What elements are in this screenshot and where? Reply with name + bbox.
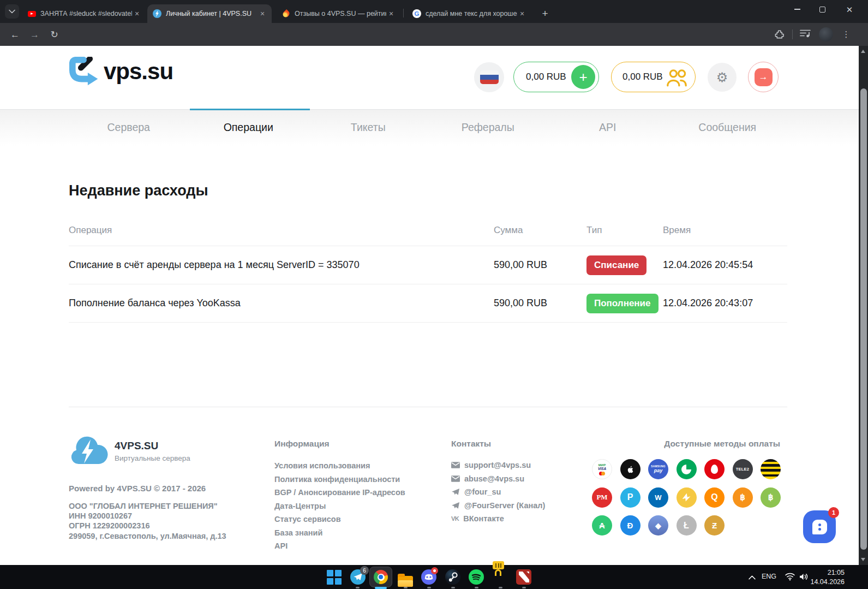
forward-button[interactable]: → [27, 27, 42, 42]
logout-button[interactable]: → [748, 62, 779, 92]
taskbar-password-lock[interactable] [493, 569, 508, 585]
taskbar-dota2[interactable] [516, 569, 531, 585]
link-privacy[interactable]: Политика конфиденциальности [274, 475, 405, 484]
tab-search-button[interactable] [5, 4, 19, 19]
link-bgp[interactable]: BGP / Анонсирование IP-адресов [274, 489, 405, 497]
contact-support-email[interactable]: support@4vps.su [451, 461, 545, 469]
balance-pill[interactable]: 0,00 RUB + [513, 62, 599, 92]
nav-item-servers[interactable]: Сервера [69, 109, 189, 145]
payment-ethereum-icon: ◆ [648, 515, 668, 536]
tray-clock[interactable]: 21:05 14.04.2026 [806, 568, 845, 586]
tray-date: 14.04.2026 [806, 578, 845, 587]
site-logo[interactable]: vps.su [69, 57, 173, 86]
browser-toolbar: ← → ↻ 4vps.su/dashboard/payments ☆ ⋮ [0, 23, 868, 46]
contact-telegram-support[interactable]: @four_su [451, 487, 545, 496]
payment-webmoney-icon: W [648, 487, 668, 508]
taskbar-steam[interactable] [445, 569, 460, 585]
window-close-button[interactable]: ✕ [837, 0, 862, 19]
profile-avatar[interactable] [819, 27, 833, 41]
scroll-down-arrow-icon[interactable] [861, 558, 865, 561]
link-status[interactable]: Статус сервисов [274, 515, 405, 523]
footer-divider [69, 407, 787, 407]
nav-item-operations[interactable]: Операции [189, 109, 309, 145]
tab-google-search[interactable]: G сделай мне текс для хорошего × [407, 4, 531, 23]
taskbar-spotify[interactable] [469, 569, 484, 585]
tab-4vps-dashboard[interactable]: Личный кабинет | 4VPS.SU × [147, 4, 272, 23]
payment-qiwi-icon: Q [704, 487, 725, 508]
wifi-icon[interactable] [785, 572, 795, 583]
start-button[interactable] [326, 569, 342, 585]
reload-button[interactable]: ↻ [47, 27, 62, 42]
tab-close-icon[interactable]: × [132, 9, 142, 19]
amount-cell: 590,00 RUB [494, 298, 586, 309]
telegram-icon [451, 488, 460, 496]
new-tab-button[interactable]: + [538, 7, 552, 21]
operation-cell: Списание в счёт аренды сервера на 1 меся… [69, 259, 494, 271]
nav-item-tickets[interactable]: Тикеты [308, 109, 428, 145]
type-badge-credit: Пополнение [586, 294, 659, 313]
screen: ЗАНЯТА #sleduck #sledovatel # × Личный к… [0, 0, 868, 589]
page-scrollbar[interactable] [859, 46, 868, 565]
tab-title: ЗАНЯТА #sleduck #sledovatel # [40, 10, 132, 17]
company-inn: ИНН 9200010267 [69, 511, 226, 521]
contact-vk[interactable]: VK ВКонтакте [451, 514, 545, 523]
running-indicator [499, 587, 502, 588]
browser-menu-icon[interactable]: ⋮ [841, 27, 852, 41]
running-indicator [451, 587, 455, 588]
tray-chevron-up-icon[interactable] [749, 572, 756, 582]
tab-youtube[interactable]: ЗАНЯТА #sleduck #sledovatel # × [22, 4, 146, 23]
table-row: Пополнение баланса через YooKassa 590,00… [69, 284, 787, 323]
scroll-up-arrow-icon[interactable] [861, 50, 865, 53]
tab-close-icon[interactable]: × [386, 9, 396, 19]
language-flag-button[interactable] [474, 62, 504, 92]
payment-yoomoney-icon [677, 487, 697, 508]
nav-item-referrals[interactable]: Рефералы [428, 109, 548, 145]
dota2-icon [516, 569, 531, 585]
running-indicator [522, 587, 526, 588]
referrals-people-icon [666, 68, 689, 87]
payment-tele2-icon: TELE2 [733, 459, 753, 479]
google-icon: G [412, 9, 421, 18]
nav-item-api[interactable]: API [548, 109, 668, 145]
link-api[interactable]: API [274, 542, 405, 550]
footer-contacts: support@4vps.su abuse@4vps.su @four_su @… [451, 461, 545, 523]
support-chat-widget[interactable]: 1 [803, 510, 836, 543]
tab-reviews[interactable]: Отзывы о 4VPS.SU — рейтинг × [276, 4, 400, 23]
tab-title: Отзывы о 4VPS.SU — рейтинг [295, 10, 386, 17]
link-knowledge-base[interactable]: База знаний [274, 529, 405, 537]
tab-close-icon[interactable]: × [517, 9, 527, 19]
taskbar-file-explorer[interactable] [398, 569, 413, 585]
top-up-plus-icon[interactable]: + [571, 65, 595, 89]
scrollbar-thumb[interactable] [860, 88, 867, 550]
footer-cloud-logo-icon [69, 435, 108, 467]
media-controls-icon[interactable] [800, 29, 811, 40]
chrome-icon [374, 570, 388, 584]
payment-zcash-icon: Ƶ [704, 515, 725, 536]
payment-advcash-icon: A [592, 515, 612, 536]
window-maximize-button[interactable] [810, 0, 835, 19]
type-badge-debit: Списание [586, 255, 646, 275]
window-minimize-button[interactable] [785, 0, 810, 19]
footer-info-links: Условия использования Политика конфиденц… [274, 462, 405, 550]
russia-flag-icon [480, 70, 499, 84]
contact-telegram-channel[interactable]: @FourServer (Канал) [451, 501, 545, 510]
link-terms[interactable]: Условия использования [274, 462, 405, 470]
logo-arrow-icon [69, 57, 103, 86]
payment-megafon-icon [677, 459, 697, 479]
tray-language[interactable]: ENG [762, 573, 776, 580]
settings-button[interactable]: ⚙ [708, 63, 737, 92]
extensions-icon[interactable] [774, 29, 785, 41]
payment-litecoin-icon: Ł [677, 515, 697, 536]
taskbar-chrome-active[interactable] [369, 567, 392, 587]
referral-balance-pill[interactable]: 0,00 RUB [611, 62, 696, 92]
payment-perfect-money-icon: PM [592, 487, 612, 508]
nav-item-messages[interactable]: Сообщения [668, 109, 788, 145]
link-datacenters[interactable]: Дата-Центры [274, 502, 405, 510]
payment-dash-icon: Đ [620, 515, 640, 536]
windows-taskbar: 6 [0, 565, 868, 589]
flame-icon [282, 9, 290, 18]
vk-icon: VK [451, 514, 459, 523]
contact-abuse-email[interactable]: abuse@4vps.su [451, 474, 545, 483]
back-button[interactable]: ← [8, 27, 22, 42]
tab-close-icon[interactable]: × [258, 9, 267, 19]
